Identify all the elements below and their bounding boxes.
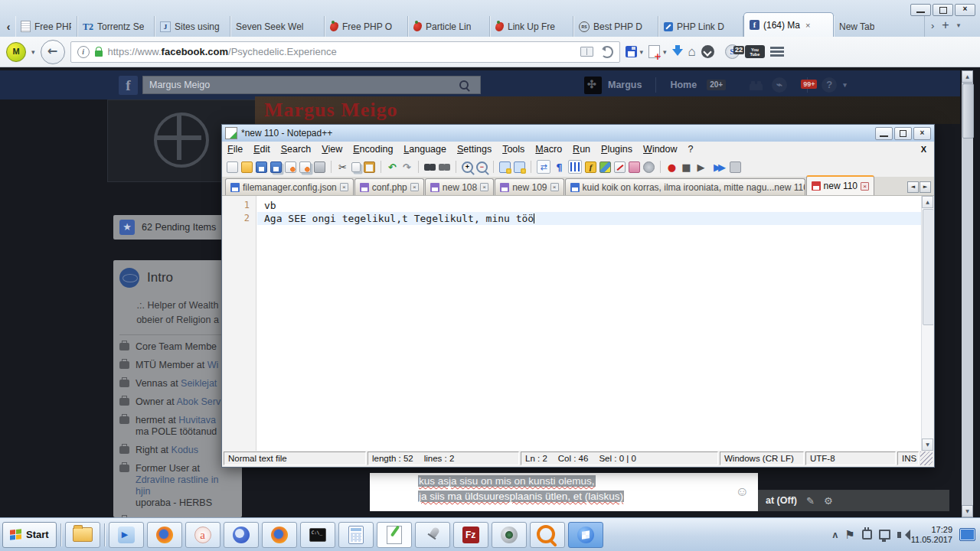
- browser-tab[interactable]: JSites using: [155, 16, 230, 37]
- youtube-icon[interactable]: YouTube: [745, 45, 765, 58]
- about-link[interactable]: Huvitava: [178, 415, 216, 425]
- action-center-flag-icon[interactable]: ⚑: [844, 528, 854, 542]
- facebook-logo[interactable]: f: [119, 76, 138, 95]
- tab-overflow-right-button[interactable]: ›: [931, 20, 934, 31]
- redo-icon[interactable]: ↷: [401, 161, 413, 173]
- tab-close-icon[interactable]: ×: [340, 183, 348, 191]
- about-link[interactable]: Zdravilne rastline in hjin: [136, 474, 218, 497]
- about-link[interactable]: Kodus: [172, 445, 198, 455]
- facebook-search-input[interactable]: [142, 76, 481, 94]
- close-doc-icon[interactable]: [285, 161, 296, 173]
- reader-mode-icon[interactable]: [580, 47, 593, 57]
- browser-tab[interactable]: PHP Link D: [658, 16, 743, 37]
- bookmark-add-icon[interactable]: [648, 45, 660, 58]
- menu-file[interactable]: File: [222, 144, 248, 155]
- messenger-icon[interactable]: ⌁: [772, 77, 787, 93]
- doc-tabs-scroll-left[interactable]: ◄: [907, 181, 919, 193]
- about-link[interactable]: Wi: [207, 360, 219, 370]
- word-wrap-icon[interactable]: ⇄: [537, 160, 550, 174]
- browser-scrollbar[interactable]: ▲ ▼: [962, 70, 973, 517]
- back-button[interactable]: ←: [41, 40, 65, 64]
- open-file-icon[interactable]: [241, 161, 253, 173]
- browser-tab[interactable]: RSBest PHP D: [573, 16, 658, 37]
- find-icon[interactable]: [424, 161, 436, 173]
- scrollbar-thumb[interactable]: [962, 83, 974, 139]
- taskbar-cmd-button[interactable]: C:\_: [300, 522, 335, 548]
- taskbar-webcam-button[interactable]: [492, 522, 527, 548]
- url-text[interactable]: https://www.facebook.com/Psychedelic.Exp…: [108, 46, 337, 57]
- function-list-icon[interactable]: f: [585, 161, 596, 173]
- browser-tab[interactable]: Particle Lin: [408, 16, 490, 37]
- doc-tab[interactable]: kuid koik on korras, ilma irooniata, mit…: [565, 178, 805, 195]
- tab-overflow-left-button[interactable]: ‹: [2, 17, 15, 37]
- play-macro-icon[interactable]: ▶: [695, 161, 707, 173]
- reload-icon[interactable]: [601, 46, 613, 58]
- zoom-in-icon[interactable]: +: [462, 161, 473, 173]
- taskbar-calculator-button[interactable]: [338, 522, 374, 548]
- hidden-icons-chevron[interactable]: ʌ: [833, 530, 838, 540]
- home-icon[interactable]: ⌂: [688, 44, 696, 60]
- monitor-icon[interactable]: [643, 161, 655, 173]
- power-plug-icon[interactable]: [862, 530, 872, 540]
- palemoon-menu-button[interactable]: M: [6, 42, 26, 62]
- menu-plugins[interactable]: Plugins: [596, 144, 638, 155]
- taskbar-firefox2-button[interactable]: [262, 522, 297, 548]
- editor-area[interactable]: 1 2 vb Aga SEE ongi tegelikul,t Tegeliku…: [223, 196, 933, 451]
- nav-profile-name[interactable]: Margus: [608, 80, 642, 90]
- browser-tab[interactable]: T2Torrentz Se: [77, 16, 155, 37]
- search-icon[interactable]: [459, 80, 469, 90]
- tab-close-icon[interactable]: ×: [861, 182, 869, 191]
- taskbar-microphone-button[interactable]: [415, 522, 450, 548]
- menu-search[interactable]: Search: [276, 144, 317, 155]
- doc-tab-active[interactable]: new 110×: [806, 175, 874, 195]
- taskbar-notepadpp-button[interactable]: [377, 522, 412, 548]
- save-page-icon[interactable]: [626, 46, 637, 57]
- palemoon-menu-caret[interactable]: ▾: [31, 48, 35, 56]
- taskbar-firefox-button[interactable]: [147, 522, 182, 548]
- network-icon[interactable]: [879, 530, 890, 540]
- about-link[interactable]: Seiklejat: [181, 378, 217, 389]
- menu-view[interactable]: View: [316, 144, 348, 155]
- nav-home-link[interactable]: Home: [670, 80, 697, 90]
- tab-close-icon[interactable]: ×: [480, 183, 488, 191]
- chat-compose-icon[interactable]: ✎: [806, 495, 815, 507]
- profile-avatar[interactable]: [584, 77, 602, 94]
- taskbar-filezilla-button[interactable]: Fz: [453, 522, 488, 548]
- doc-close-x-button[interactable]: X: [921, 145, 926, 154]
- account-caret[interactable]: ▾: [843, 81, 847, 89]
- indent-guide-icon[interactable]: [568, 160, 582, 174]
- menu-language[interactable]: Language: [398, 144, 452, 155]
- tab-list-caret[interactable]: ▾: [957, 21, 961, 29]
- taskbar-atube-button[interactable]: a: [185, 522, 220, 548]
- tab-close-icon[interactable]: ×: [805, 21, 810, 30]
- page-info-icon[interactable]: i: [77, 46, 90, 58]
- paste-icon[interactable]: [364, 161, 375, 173]
- doc-tabs-scroll-right[interactable]: ►: [920, 181, 931, 193]
- taskbar-media-center-button[interactable]: [568, 522, 603, 548]
- save-caret[interactable]: ▾: [640, 48, 644, 56]
- cover-photo[interactable]: Margus Meigo: [255, 96, 960, 124]
- help-icon[interactable]: ?: [822, 77, 837, 93]
- tray-clock[interactable]: 17:29 11.05.2017: [911, 525, 952, 545]
- save-all-icon[interactable]: [270, 161, 282, 173]
- browser-tab[interactable]: Free PHP D: [15, 16, 77, 37]
- menu-settings[interactable]: Settings: [452, 144, 497, 155]
- npp-maximize-button[interactable]: [894, 127, 912, 140]
- volume-icon[interactable]: [897, 532, 901, 538]
- menu-edit[interactable]: Edit: [248, 144, 276, 155]
- doc-tab[interactable]: new 108×: [425, 178, 494, 195]
- downloads-icon[interactable]: [672, 49, 683, 61]
- chat-bar[interactable]: at (Off) ✎ ⚙: [758, 490, 949, 511]
- editor-scrollbar[interactable]: ▲ ▼: [921, 196, 933, 451]
- doc-tab[interactable]: filemanager.config.json×: [225, 178, 354, 195]
- browser-tab[interactable]: Seven Seek Wel: [230, 16, 325, 37]
- npp-minimize-button[interactable]: [875, 127, 893, 140]
- doc-tab[interactable]: new 109×: [495, 178, 564, 195]
- comment-input-box[interactable]: kus asja sisu on mis on kunsti olemus, j…: [370, 473, 758, 511]
- menu-window[interactable]: Window: [638, 144, 682, 155]
- stop-macro-icon[interactable]: ■: [681, 161, 692, 173]
- undo-icon[interactable]: ↶: [387, 161, 398, 173]
- bookmark-caret[interactable]: ▾: [663, 48, 667, 56]
- browser-tab-active-facebook[interactable]: f(164) Ma×: [743, 12, 834, 37]
- editor-scroll-down[interactable]: ▼: [922, 439, 933, 451]
